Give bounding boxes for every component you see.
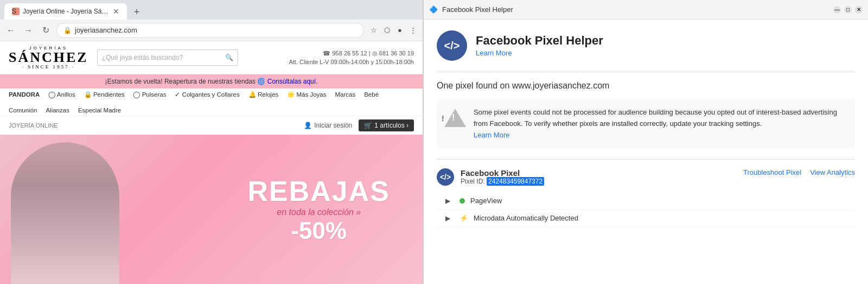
nav-item-alianzas[interactable]: Alianzas xyxy=(46,107,69,113)
warning-triangle-container: ! xyxy=(444,109,466,127)
panel-minimize-button[interactable]: — xyxy=(833,6,841,14)
warning-triangle-icon xyxy=(444,109,466,127)
hero-discount: -50% xyxy=(248,217,391,244)
nav-item-anillos[interactable]: ◯ Anillos xyxy=(48,91,75,98)
forward-button[interactable]: → xyxy=(22,24,35,37)
tab-title: Joyería Online - Joyería Sánchez xyxy=(23,8,110,15)
nav-item-comunion[interactable]: Comunión xyxy=(9,107,37,113)
cart-button[interactable]: 🛒 1 artículos › xyxy=(359,119,414,131)
event-status-dot-green xyxy=(459,198,465,204)
panel-title-main: Facebook Pixel Helper xyxy=(476,34,603,48)
pixel-id-value[interactable]: 242483459847372 xyxy=(487,177,544,186)
contact-hours: Att. Cliente L-V 09:00h-14:00h y 15:00h-… xyxy=(289,58,414,67)
address-bar: ← → ↻ 🔒 joyeriasanchez.com ☆ ⬡ ● ⋮ xyxy=(0,20,423,41)
warning-learn-more-link[interactable]: Learn More xyxy=(474,131,509,139)
promo-link[interactable]: Consúltalas aquí. xyxy=(267,78,318,85)
promo-text: ¡Estamos de vuelta! Reapertura de nuestr… xyxy=(105,78,266,85)
logo-since: · SINCE 1957 · xyxy=(9,65,88,70)
nav-item-relojes[interactable]: 🔔 Relojes xyxy=(248,91,279,98)
search-icon[interactable]: 🔍 xyxy=(225,54,233,61)
contact-info: ☎ 958 26 55 12 | ◎ 681 36 30 19 Att. Cli… xyxy=(289,49,414,67)
nav-item-bebe[interactable]: Bebé xyxy=(364,91,379,98)
hero-banner: REBAJAS en toda la colección » -50% xyxy=(0,135,423,284)
event-row-microdata[interactable]: ▶ ⚡ Microdata Automatically Detected xyxy=(437,210,855,227)
nav-item-marcas[interactable]: Marcas xyxy=(335,91,355,98)
panel-learn-more-link[interactable]: Learn More xyxy=(476,49,512,57)
hero-model-area xyxy=(0,135,141,284)
panel-title-group: Facebook Pixel Helper Learn More xyxy=(476,34,603,58)
browser-window: S Joyería Online - Joyería Sánchez ✕ + ←… xyxy=(0,0,423,284)
active-tab[interactable]: S Joyería Online - Joyería Sánchez ✕ xyxy=(4,3,127,20)
panel-titlebar: 🔷 Facebook Pixel Helper — □ ✕ xyxy=(424,0,868,20)
contact-phone: ☎ 958 26 55 12 xyxy=(323,50,367,56)
troubleshoot-pixel-link[interactable]: Troubleshoot Pixel xyxy=(743,168,801,176)
pixel-id-label: Pixel ID: xyxy=(461,178,487,185)
tab-favicon: S xyxy=(12,8,20,15)
back-button[interactable]: ← xyxy=(4,24,17,37)
tab-close-button[interactable]: ✕ xyxy=(113,7,119,16)
site-header: JOYERÍAS SÁNCHEZ · SINCE 1957 · ¿Qué joy… xyxy=(0,41,423,74)
promo-banner: ¡Estamos de vuelta! Reapertura de nuestr… xyxy=(0,74,423,89)
panel-favicon: 🔷 xyxy=(429,5,438,14)
event-row-pageview[interactable]: ▶ PageView xyxy=(437,192,855,210)
pixel-fb-icon: </> xyxy=(437,168,454,186)
panel-close-button[interactable]: ✕ xyxy=(855,6,863,14)
page-subheader: JOYERÍA ONLINE 👤 Iniciar sesión 🛒 1 artí… xyxy=(0,116,423,135)
nav-item-especial-madre[interactable]: Especial Madre xyxy=(78,107,121,113)
model-silhouette xyxy=(11,142,119,284)
warning-icon: ! xyxy=(444,107,466,129)
site-logo: JOYERÍAS SÁNCHEZ · SINCE 1957 · xyxy=(9,46,88,70)
panel-header-section: </> Facebook Pixel Helper Learn More xyxy=(437,30,855,61)
pixel-info: Facebook Pixel Pixel ID: 242483459847372 xyxy=(461,168,737,185)
event-label-microdata: Microdata Automatically Detected xyxy=(474,214,578,222)
panel-maximize-button[interactable]: □ xyxy=(844,6,852,14)
event-lightning-icon: ⚡ xyxy=(459,214,468,222)
extensions-icon[interactable]: ⬡ xyxy=(381,25,392,36)
warning-exclamation: ! xyxy=(442,114,444,123)
warning-text-content: Some pixel events could not be processed… xyxy=(474,108,837,128)
panel-content: </> Facebook Pixel Helper Learn More One… xyxy=(424,20,868,284)
contact-whatsapp: | ◎ 681 36 30 19 xyxy=(369,50,414,56)
star-icon[interactable]: ☆ xyxy=(368,25,379,36)
login-icon: 👤 xyxy=(304,122,312,129)
event-label-pageview: PageView xyxy=(470,197,502,205)
search-bar[interactable]: ¿Qué joya estás buscando? 🔍 xyxy=(97,49,238,66)
hero-subtitle: en toda la colección » xyxy=(248,207,391,217)
pixel-name: Facebook Pixel xyxy=(461,168,737,178)
hero-title: REBAJAS xyxy=(248,175,391,207)
panel-window-controls: — □ ✕ xyxy=(833,6,863,14)
panel-title-text: Facebook Pixel Helper xyxy=(442,5,829,14)
login-button[interactable]: 👤 Iniciar sesión xyxy=(304,122,352,129)
nav-item-pendientes[interactable]: 🔒 Pendientes xyxy=(84,91,125,98)
nav-item-pandora[interactable]: PANDORA xyxy=(9,91,40,98)
login-label: Iniciar sesión xyxy=(314,122,352,129)
pixel-found-message: One pixel found on www.joyeriasanchez.co… xyxy=(437,81,855,91)
nav-item-pulseras[interactable]: ◯ Pulseras xyxy=(133,91,166,98)
header-divider xyxy=(437,72,855,72)
profile-icon[interactable]: ● xyxy=(394,25,405,36)
toolbar-icons: ☆ ⬡ ● ⋮ xyxy=(368,25,418,36)
event-expand-icon-2[interactable]: ▶ xyxy=(445,214,454,222)
cart-label: 1 artículos › xyxy=(374,122,409,129)
logo-name: SÁNCHEZ · SINCE 1957 · xyxy=(9,51,88,70)
pixel-divider xyxy=(437,159,855,160)
search-placeholder: ¿Qué joya estás buscando? xyxy=(102,54,183,61)
refresh-button[interactable]: ↻ xyxy=(39,24,52,37)
new-tab-button[interactable]: + xyxy=(129,4,144,20)
website-content: JOYERÍAS SÁNCHEZ · SINCE 1957 · ¿Qué joy… xyxy=(0,41,423,284)
nav-item-mas-joyas[interactable]: 🌟 Más Joyas xyxy=(287,91,326,98)
hero-text: REBAJAS en toda la colección » -50% xyxy=(248,175,391,244)
warning-text-block: Some pixel events could not be processed… xyxy=(474,107,847,141)
pixel-id-row: Pixel ID: 242483459847372 xyxy=(461,178,737,185)
url-bar[interactable]: 🔒 joyeriasanchez.com xyxy=(56,23,364,38)
menu-icon[interactable]: ⋮ xyxy=(407,25,418,36)
pixel-item: </> Facebook Pixel Pixel ID: 24248345984… xyxy=(437,168,855,186)
url-text: joyeriasanchez.com xyxy=(75,26,137,34)
cart-icon: 🛒 xyxy=(364,122,372,129)
event-expand-icon[interactable]: ▶ xyxy=(445,197,454,205)
fb-panel: 🔷 Facebook Pixel Helper — □ ✕ </> Facebo… xyxy=(423,0,868,284)
page-section-label: JOYERÍA ONLINE xyxy=(9,122,58,129)
view-analytics-link[interactable]: View Analytics xyxy=(810,168,855,176)
lock-icon: 🔒 xyxy=(63,27,72,34)
nav-item-colgantes[interactable]: ✓ Colgantes y Collares xyxy=(175,91,239,98)
